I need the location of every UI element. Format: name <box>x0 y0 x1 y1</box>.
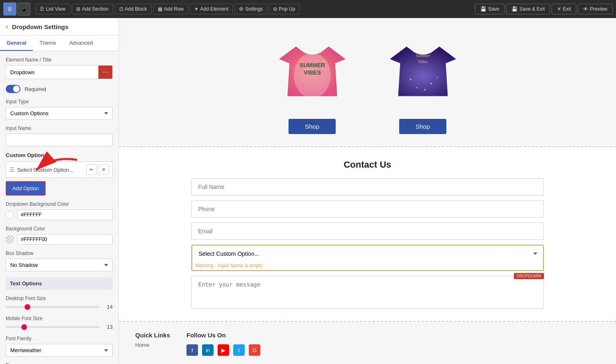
tab-advanced[interactable]: Advanced <box>63 36 100 51</box>
product-card-2: Summer Vibes Shop <box>374 30 472 134</box>
input-type-group: Input Type Custom Options Text Email Pho… <box>6 99 113 120</box>
youtube-icon[interactable]: ▶ <box>218 344 229 356</box>
input-name-input[interactable] <box>6 134 113 146</box>
full-name-input[interactable] <box>191 178 544 196</box>
input-name-label: Input Name <box>6 125 113 131</box>
input-type-label: Input Type <box>6 99 113 105</box>
svg-point-8 <box>436 77 438 78</box>
panel-body: Element Name / Title ⋯ Required Input Ty… <box>0 51 118 364</box>
phone-input[interactable] <box>191 200 544 218</box>
mobile-font-size-slider[interactable] <box>6 326 100 328</box>
delete-option-btn[interactable]: ✕ <box>98 164 109 175</box>
preview-label: Preview <box>590 6 607 12</box>
list-view-btn[interactable]: ☰ List View <box>35 4 70 14</box>
edit-option-btn[interactable]: ✏ <box>86 164 97 175</box>
bg-color-input[interactable] <box>17 234 113 245</box>
drag-handle-icon[interactable]: ☰ <box>9 166 15 173</box>
svg-point-6 <box>416 87 417 89</box>
device-switcher: 🖥 📱 <box>3 2 30 16</box>
contact-title: Contact Us <box>135 159 600 170</box>
mobile-view-btn[interactable]: 📱 <box>17 2 30 16</box>
quick-links-title: Quick Links <box>135 332 170 339</box>
element-name-action-btn[interactable]: ⋯ <box>98 66 112 79</box>
tab-theme[interactable]: Theme <box>33 36 62 51</box>
custom-options-section: Custom Options ☰ Select Custom Option...… <box>6 152 113 196</box>
exit-icon: ✕ <box>557 6 561 12</box>
custom-option-row: ☰ Select Custom Option... ✏ ✕ <box>6 162 113 178</box>
tab-general[interactable]: General <box>0 36 33 51</box>
dropdown-bg-color-label: Dropdown Background Color <box>6 201 113 207</box>
social-icons: f in ▶ t G <box>186 344 260 356</box>
desktop-font-size-slider[interactable] <box>6 306 100 308</box>
svg-text:★: ★ <box>323 59 326 63</box>
add-row-icon: ▦ <box>158 6 162 12</box>
bg-color-label: Background Color <box>6 226 113 232</box>
google-icon[interactable]: G <box>249 344 260 356</box>
settings-label: Settings <box>245 6 263 12</box>
contact-section: Contact Us Select Custom Option... Warni… <box>119 147 616 322</box>
font-family-select[interactable]: Merriweather Arial Georgia Roboto <box>6 344 113 357</box>
element-name-input[interactable] <box>6 66 98 78</box>
follow-us-col: Follow Us On f in ▶ t G <box>186 332 260 356</box>
add-section-btn[interactable]: ⊞ Add Section <box>72 4 113 14</box>
input-type-select[interactable]: Custom Options Text Email Phone <box>6 107 113 120</box>
home-link[interactable]: Home <box>135 342 170 348</box>
save-icon: 💾 <box>480 6 486 12</box>
message-textarea[interactable] <box>191 276 544 309</box>
desktop-font-size-label: Desktop Font Size <box>6 296 113 301</box>
svg-text:Summer: Summer <box>415 53 430 58</box>
shop-btn-1[interactable]: Shop <box>289 119 336 134</box>
add-element-icon: ✦ <box>194 6 198 12</box>
product-section: SUMMER VIBES ★ ★ Shop <box>119 18 616 147</box>
dropdown-bg-color-input[interactable] <box>17 209 113 220</box>
input-name-group: Input Name <box>6 125 113 146</box>
box-shadow-select[interactable]: No Shadow Small Medium Large <box>6 259 113 271</box>
add-section-label: Add Section <box>82 6 109 12</box>
popup-btn[interactable]: ⧉ Pop Up <box>269 4 300 14</box>
add-option-btn[interactable]: Add Option <box>6 181 45 196</box>
font-family-label: Font Family <box>6 336 113 341</box>
save-btn[interactable]: 💾 Save <box>475 4 505 14</box>
save-exit-icon: 💾 <box>511 6 518 12</box>
bg-color-row <box>6 234 113 245</box>
bg-color-swatch[interactable] <box>6 235 14 243</box>
desktop-font-size-group: Desktop Font Size 14 <box>6 296 113 310</box>
list-view-icon: ☰ <box>40 6 44 12</box>
dropdown-bg-color-swatch[interactable] <box>6 211 14 219</box>
popup-label: Pop Up <box>279 6 295 12</box>
panel-back-btn[interactable]: ‹ <box>6 23 8 30</box>
facebook-icon[interactable]: f <box>186 344 198 356</box>
element-name-group: Element Name / Title ⋯ <box>6 57 113 79</box>
email-input[interactable] <box>191 223 544 240</box>
desktop-view-btn[interactable]: 🖥 <box>3 2 16 16</box>
panel-header: ‹ Dropdown Settings <box>0 18 118 36</box>
twitter-icon[interactable]: t <box>233 344 245 356</box>
contact-warning: Warning - Input Name is empty <box>192 262 543 270</box>
save-exit-label: Save & Exit <box>519 6 545 12</box>
contact-form: Select Custom Option... Warning - Input … <box>191 178 544 309</box>
linkedin-icon[interactable]: in <box>202 344 214 356</box>
preview-icon: 👁 <box>583 6 588 12</box>
desktop-font-size-value: 14 <box>103 304 113 310</box>
add-block-icon: ⊡ <box>119 6 123 12</box>
mobile-font-size-value: 13 <box>103 324 113 330</box>
element-name-input-row: ⋯ <box>6 65 113 79</box>
panel-tabs: General Theme Advanced <box>0 36 118 51</box>
contact-dropdown[interactable]: Select Custom Option... <box>192 246 543 262</box>
font-size-extra-label: Fo... <box>6 362 113 364</box>
add-block-btn[interactable]: ⊡ Add Block <box>115 4 152 14</box>
mobile-font-size-label: Mobile Font Size <box>6 316 113 321</box>
required-toggle[interactable] <box>6 85 20 93</box>
follow-us-title: Follow Us On <box>186 332 260 339</box>
shop-btn-2[interactable]: Shop <box>399 119 446 134</box>
exit-btn[interactable]: ✕ Exit <box>552 4 576 14</box>
save-exit-btn[interactable]: 💾 Save & Exit <box>506 4 550 14</box>
preview-btn[interactable]: 👁 Preview <box>578 4 613 14</box>
footer-section: Quick Links Home Follow Us On f in ▶ t G <box>119 322 616 364</box>
element-name-label: Element Name / Title <box>6 57 113 63</box>
desktop-font-size-slider-row: 14 <box>6 304 113 310</box>
settings-btn[interactable]: ⚙ Settings <box>234 4 267 14</box>
add-row-btn[interactable]: ▦ Add Row <box>153 4 189 14</box>
add-element-btn[interactable]: ✦ Add Element <box>190 4 233 14</box>
svg-text:VIBES: VIBES <box>303 69 321 76</box>
